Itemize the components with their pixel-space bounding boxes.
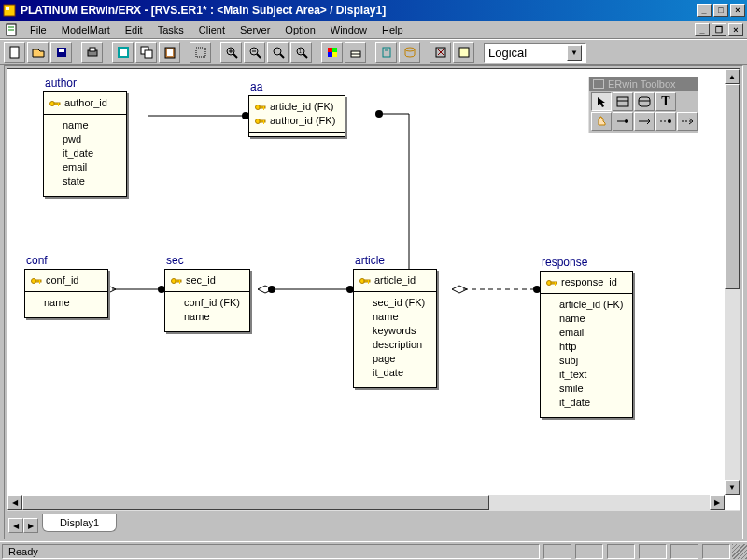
key-icon: [31, 276, 42, 286]
entity-conf[interactable]: confconf_idname: [24, 254, 108, 318]
menu-client[interactable]: Client: [191, 22, 233, 37]
svg-point-24: [274, 48, 281, 55]
font-button[interactable]: [345, 42, 366, 63]
close-button[interactable]: ×: [730, 4, 745, 17]
nonidentifying-rel-tool[interactable]: [655, 112, 676, 131]
subtype-tool[interactable]: [677, 112, 698, 131]
zoom-in-button[interactable]: [220, 42, 242, 63]
save-button[interactable]: [50, 42, 72, 63]
svg-rect-73: [617, 97, 628, 106]
svg-rect-69: [368, 280, 369, 284]
pk-attr: conf_id: [31, 273, 98, 287]
svg-rect-59: [260, 120, 265, 122]
toolbox-titlebar[interactable]: ERwin Toolbox: [589, 77, 698, 91]
menu-tasks[interactable]: Tasks: [150, 22, 191, 37]
undo-button[interactable]: [190, 42, 211, 63]
menu-file[interactable]: File: [22, 22, 54, 37]
diagram-canvas[interactable]: authorauthor_idnamepwdit_dateemailstatea…: [7, 69, 725, 495]
entity-tool[interactable]: [613, 92, 633, 111]
cut-button[interactable]: [112, 42, 134, 63]
open-button[interactable]: [27, 42, 49, 63]
entity-author[interactable]: authorauthor_idnamepwdit_dateemailstate: [43, 77, 127, 197]
vertical-scrollbar[interactable]: ▲ ▼: [725, 69, 740, 495]
statusbar: Ready: [0, 541, 747, 560]
entity-aa[interactable]: aaarticle_id (FK)author_id (FK): [248, 80, 345, 137]
pk-attr: author_id (FK): [255, 114, 335, 128]
attr: email: [63, 161, 117, 175]
status-panel-4: [639, 544, 667, 559]
svg-rect-32: [332, 52, 337, 57]
status-panel-2: [575, 544, 603, 559]
svg-rect-71: [551, 282, 557, 284]
entity-sec[interactable]: secsec_idconf_id (FK)name: [164, 254, 250, 332]
titlebar: PLATINUM ERwin/ERX - [RVS.ER1* : <Main S…: [0, 0, 747, 21]
svg-text:1: 1: [299, 49, 302, 54]
color-button[interactable]: [321, 42, 343, 63]
report-button[interactable]: [399, 42, 420, 63]
identifying-rel-tool[interactable]: [613, 112, 633, 131]
generate-button[interactable]: [375, 42, 397, 63]
hand-tool[interactable]: [591, 112, 612, 131]
svg-rect-31: [328, 52, 332, 57]
entity-label: article: [353, 254, 437, 267]
svg-rect-39: [459, 48, 469, 57]
resize-grip[interactable]: [732, 544, 747, 559]
mdi-minimize-button[interactable]: _: [695, 23, 710, 36]
scroll-thumb-h[interactable]: [22, 495, 489, 510]
mdi-close-button[interactable]: ×: [728, 23, 743, 36]
attr: keywords: [373, 324, 427, 338]
menu-server[interactable]: Server: [233, 22, 277, 37]
tab-display1[interactable]: Display1: [42, 514, 117, 532]
entity-label: response: [540, 256, 633, 269]
domain-button[interactable]: [453, 42, 474, 63]
scroll-right-button[interactable]: ▶: [710, 495, 725, 510]
svg-point-37: [405, 48, 415, 51]
scroll-thumb-v[interactable]: [725, 84, 740, 289]
svg-rect-54: [58, 103, 59, 106]
subject-area-button[interactable]: [430, 42, 451, 63]
svg-line-27: [303, 54, 307, 58]
scroll-down-button[interactable]: ▼: [725, 480, 740, 495]
zoom-fit-button[interactable]: [267, 42, 289, 63]
view-mode-combo[interactable]: Logical ▼: [484, 43, 586, 63]
entity-article[interactable]: articlearticle_idsec_id (FK)namekeywords…: [353, 254, 437, 388]
round-entity-tool[interactable]: [634, 92, 655, 111]
svg-rect-72: [555, 282, 556, 286]
mdi-restore-button[interactable]: ❐: [712, 23, 726, 36]
many-rel-tool[interactable]: [634, 112, 655, 131]
svg-rect-29: [328, 48, 332, 52]
svg-point-49: [268, 286, 275, 293]
label-tool[interactable]: T: [655, 92, 676, 111]
zoom-out-button[interactable]: [244, 42, 265, 63]
svg-rect-62: [35, 280, 41, 282]
menu-window[interactable]: Window: [323, 22, 374, 37]
copy-button[interactable]: [135, 42, 157, 63]
minimize-button[interactable]: _: [697, 4, 712, 17]
pk-attr: author_id: [49, 96, 117, 110]
menu-modelmart[interactable]: ModelMart: [54, 22, 118, 37]
pointer-tool[interactable]: [591, 92, 612, 111]
menu-edit[interactable]: Edit: [118, 22, 150, 37]
attr: subj: [559, 354, 623, 368]
tab-prev-button[interactable]: ◀: [8, 518, 23, 533]
entity-label: author: [43, 77, 127, 90]
attr: conf_id (FK): [184, 296, 240, 310]
print-button[interactable]: [81, 42, 103, 63]
horizontal-scrollbar[interactable]: ◀ ▶: [7, 495, 725, 510]
tab-next-button[interactable]: ▶: [23, 518, 38, 533]
svg-rect-16: [196, 48, 205, 57]
new-button[interactable]: [4, 42, 25, 63]
entity-response[interactable]: responseresponse_idarticle_id (FK)nameem…: [540, 256, 633, 418]
scroll-left-button[interactable]: ◀: [7, 495, 22, 510]
paste-button[interactable]: [159, 42, 180, 63]
workspace: authorauthor_idnamepwdit_dateemailstatea…: [4, 65, 743, 539]
status-panel-5: [670, 544, 698, 559]
attr: sec_id (FK): [373, 296, 427, 310]
erwin-toolbox[interactable]: ERwin Toolbox T: [588, 77, 698, 133]
maximize-button[interactable]: □: [713, 4, 728, 17]
scroll-up-button[interactable]: ▲: [725, 69, 740, 84]
menu-option[interactable]: Option: [277, 22, 322, 37]
menu-help[interactable]: Help: [374, 22, 411, 37]
zoom-100-button[interactable]: 1: [290, 42, 312, 63]
pk-attr: sec_id: [171, 273, 240, 287]
